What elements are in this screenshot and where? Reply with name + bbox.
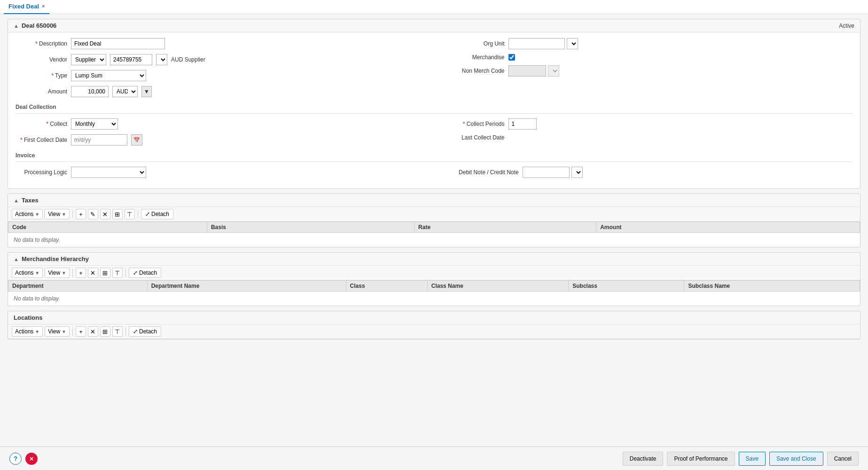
vendor-select[interactable]: Supplier xyxy=(71,54,106,65)
taxes-table-head: Code Basis Rate Amount xyxy=(8,222,860,233)
deal-form-grid: Description Vendor Supplier ▼ AUD Sup xyxy=(16,38,852,102)
collect-row: Collect Monthly xyxy=(16,118,425,130)
taxes-col-rate: Rate xyxy=(414,222,596,233)
first-collect-date-input[interactable] xyxy=(71,134,127,146)
taxes-table-btn[interactable]: ⊞ xyxy=(112,209,123,219)
vendor-label: Vendor xyxy=(16,56,67,63)
merch-add-btn[interactable]: + xyxy=(76,268,86,278)
save-close-button[interactable]: Save and Close xyxy=(769,452,823,466)
collect-select[interactable]: Monthly xyxy=(71,118,118,130)
merch-view-btn[interactable]: View ▼ xyxy=(45,268,70,278)
debit-note-input[interactable] xyxy=(523,167,570,178)
taxes-add-btn[interactable]: + xyxy=(76,209,86,219)
locations-title-text: Locations xyxy=(14,314,42,321)
locations-actions-arrow: ▼ xyxy=(35,329,39,334)
locations-add-btn[interactable]: + xyxy=(76,326,86,337)
collection-right: Collect Periods Last Collect Date xyxy=(434,118,853,150)
deactivate-button[interactable]: Deactivate xyxy=(623,452,664,466)
help-icon: ? xyxy=(14,455,17,462)
save-close-label: Save and Close xyxy=(776,455,816,462)
taxes-view-btn[interactable]: View ▼ xyxy=(45,209,70,219)
merch-filter-btn[interactable]: ⊤ xyxy=(112,268,123,278)
close-x-button[interactable]: × xyxy=(25,453,38,465)
merch-col-class-name: Class Name xyxy=(427,281,568,292)
tab-fixed-deal[interactable]: Fixed Deal × xyxy=(4,0,49,14)
taxes-delete-btn[interactable]: ✕ xyxy=(100,209,110,219)
taxes-sep-2 xyxy=(138,210,138,218)
taxes-col-code: Code xyxy=(8,222,207,233)
processing-logic-select[interactable] xyxy=(71,167,146,178)
taxes-actions-btn[interactable]: Actions ▼ xyxy=(12,209,43,219)
taxes-view-label: View xyxy=(48,211,60,217)
close-x-icon: × xyxy=(30,455,33,462)
taxes-filter-btn[interactable]: ⊤ xyxy=(125,209,135,219)
merch-collapse-icon[interactable]: ▲ xyxy=(14,256,19,262)
merch-detach-btn[interactable]: ⤢ Detach xyxy=(129,268,161,278)
type-select[interactable]: Lump Sum xyxy=(71,70,146,81)
locations-view-arrow: ▼ xyxy=(62,329,66,334)
org-unit-select[interactable]: ▼ xyxy=(567,38,578,49)
processing-logic-row: Processing Logic xyxy=(16,167,425,178)
collect-periods-input[interactable] xyxy=(508,118,537,130)
merch-no-data: No data to display. xyxy=(8,292,860,306)
deal-collection-grid: Collect Monthly First Collect Date 📅 xyxy=(16,118,852,150)
taxes-collapse-icon[interactable]: ▲ xyxy=(14,198,19,203)
debit-note-select[interactable]: ▼ xyxy=(571,167,583,178)
calendar-icon[interactable]: 📅 xyxy=(131,134,142,146)
debit-note-label: Debit Note / Credit Note xyxy=(444,169,519,176)
org-unit-input-group: ▼ xyxy=(508,38,578,49)
save-label: Save xyxy=(746,455,759,462)
taxes-section-header: ▲ Taxes xyxy=(8,194,860,207)
type-row: Type Lump Sum xyxy=(16,70,425,81)
non-merch-code-row: Non Merch Code ▼ xyxy=(444,65,853,77)
amount-row: Amount AUD ▼ xyxy=(16,86,425,97)
locations-toolbar: Actions ▼ View ▼ + ✕ ⊞ ⊤ ⤢ Detach xyxy=(8,324,860,339)
non-merch-code-label: Non Merch Code xyxy=(444,68,505,74)
vendor-currency-label: AUD Supplier xyxy=(171,56,205,63)
locations-delete-btn[interactable]: ✕ xyxy=(88,326,98,337)
org-unit-input[interactable] xyxy=(508,38,565,49)
locations-view-btn[interactable]: View ▼ xyxy=(45,326,70,337)
amount-dropdown-btn[interactable]: ▼ xyxy=(141,86,152,97)
merch-header-row: Department Department Name Class Class N… xyxy=(8,281,860,292)
locations-filter-btn[interactable]: ⊤ xyxy=(112,326,123,337)
merch-table-head: Department Department Name Class Class N… xyxy=(8,281,860,292)
locations-actions-btn[interactable]: Actions ▼ xyxy=(12,326,43,337)
merch-hierarchy-section: ▲ Merchandise Hierarchy Actions ▼ View ▼… xyxy=(8,252,860,306)
merchandise-checkbox[interactable] xyxy=(508,54,515,61)
invoice-label: Invoice xyxy=(16,150,852,162)
description-input[interactable] xyxy=(71,38,165,49)
merch-hierarchy-section-header: ▲ Merchandise Hierarchy xyxy=(8,253,860,266)
cancel-button[interactable]: Cancel xyxy=(827,452,859,466)
merchandise-label: Merchandise xyxy=(444,54,505,61)
taxes-detach-btn[interactable]: ⤢ Detach xyxy=(141,209,173,219)
merch-actions-label: Actions xyxy=(15,270,33,276)
amount-currency-select[interactable]: AUD xyxy=(112,86,138,97)
merch-table-btn[interactable]: ⊞ xyxy=(100,268,110,278)
locations-detach-btn[interactable]: ⤢ Detach xyxy=(129,326,161,337)
taxes-table: Code Basis Rate Amount xyxy=(8,222,860,233)
vendor-currency-select[interactable]: ▼ xyxy=(156,54,167,65)
merch-actions-btn[interactable]: Actions ▼ xyxy=(12,268,43,278)
locations-table-btn[interactable]: ⊞ xyxy=(100,326,110,337)
taxes-edit-btn[interactable]: ✎ xyxy=(88,209,98,219)
taxes-no-data: No data to display. xyxy=(8,233,860,247)
bottom-bar-left: ? × xyxy=(9,453,38,465)
taxes-header-row: Code Basis Rate Amount xyxy=(8,222,860,233)
deal-form-body: Description Vendor Supplier ▼ AUD Sup xyxy=(8,32,860,188)
deal-collection-label: Deal Collection xyxy=(16,102,852,113)
collection-left: Collect Monthly First Collect Date 📅 xyxy=(16,118,434,150)
collapse-icon[interactable]: ▲ xyxy=(14,23,19,29)
vendor-id-input[interactable] xyxy=(110,54,152,65)
non-merch-code-select[interactable]: ▼ xyxy=(548,65,559,77)
save-button[interactable]: Save xyxy=(739,452,766,466)
non-merch-code-input[interactable] xyxy=(508,65,546,77)
proof-performance-button[interactable]: Proof of Performance xyxy=(667,452,735,466)
tab-bar: Fixed Deal × xyxy=(0,0,868,14)
amount-input[interactable] xyxy=(71,86,109,97)
merch-delete-btn[interactable]: ✕ xyxy=(88,268,98,278)
merch-detach-label: Detach xyxy=(139,270,157,276)
tab-close-icon[interactable]: × xyxy=(42,4,45,9)
help-button[interactable]: ? xyxy=(9,453,22,465)
taxes-col-amount: Amount xyxy=(596,222,860,233)
